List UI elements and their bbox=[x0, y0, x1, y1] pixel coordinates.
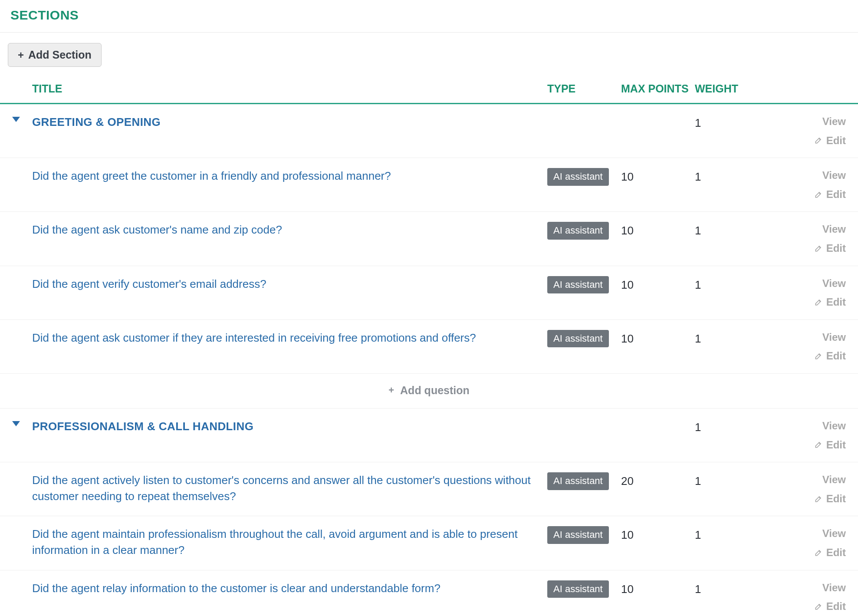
question-row: Did the agent relay information to the c… bbox=[0, 570, 858, 616]
view-link[interactable]: View bbox=[822, 418, 846, 433]
question-max-points: 10 bbox=[621, 580, 695, 597]
ai-assistant-badge: AI assistant bbox=[547, 526, 609, 544]
view-link[interactable]: View bbox=[822, 168, 846, 183]
view-link[interactable]: View bbox=[822, 526, 846, 541]
edit-icon bbox=[814, 352, 823, 360]
add-section-label: Add Section bbox=[28, 49, 92, 61]
edit-icon bbox=[814, 440, 823, 449]
question-title[interactable]: Did the agent relay information to the c… bbox=[32, 580, 547, 596]
question-row: Did the agent ask customer if they are i… bbox=[0, 320, 858, 374]
question-title[interactable]: Did the agent actively listen to custome… bbox=[32, 472, 547, 504]
question-title[interactable]: Did the agent greet the customer in a fr… bbox=[32, 168, 547, 184]
question-max-points: 10 bbox=[621, 526, 695, 543]
section-weight: 1 bbox=[695, 114, 769, 131]
caret-down-icon[interactable] bbox=[12, 117, 20, 122]
question-weight: 1 bbox=[695, 222, 769, 238]
edit-icon bbox=[814, 602, 823, 611]
column-header-weight[interactable]: WEIGHT bbox=[695, 80, 769, 98]
edit-icon bbox=[814, 244, 823, 253]
question-weight: 1 bbox=[695, 472, 769, 489]
view-link[interactable]: View bbox=[822, 222, 846, 237]
sections-table: TITLE TYPE MAX POINTS WEIGHT GREETING & … bbox=[0, 75, 858, 616]
column-header-type[interactable]: TYPE bbox=[547, 80, 621, 98]
section-weight: 1 bbox=[695, 418, 769, 435]
view-link[interactable]: View bbox=[822, 330, 846, 345]
question-max-points: 10 bbox=[621, 276, 695, 293]
question-row: Did the agent actively listen to custome… bbox=[0, 462, 858, 516]
edit-icon bbox=[814, 494, 823, 503]
add-section-button[interactable]: + Add Section bbox=[8, 43, 102, 67]
question-row: Did the agent verify customer's email ad… bbox=[0, 266, 858, 320]
question-title[interactable]: Did the agent maintain professionalism t… bbox=[32, 526, 547, 558]
question-max-points: 10 bbox=[621, 330, 695, 346]
caret-down-icon[interactable] bbox=[12, 421, 20, 426]
add-question-label: Add question bbox=[400, 384, 470, 397]
question-row: Did the agent ask customer's name and zi… bbox=[0, 212, 858, 266]
edit-link[interactable]: Edit bbox=[814, 545, 846, 560]
question-row: Did the agent greet the customer in a fr… bbox=[0, 158, 858, 212]
ai-assistant-badge: AI assistant bbox=[547, 276, 609, 294]
question-weight: 1 bbox=[695, 580, 769, 597]
question-weight: 1 bbox=[695, 276, 769, 293]
edit-link[interactable]: Edit bbox=[814, 599, 846, 614]
view-link[interactable]: View bbox=[822, 472, 846, 487]
edit-icon bbox=[814, 190, 823, 199]
question-title[interactable]: Did the agent verify customer's email ad… bbox=[32, 276, 547, 292]
ai-assistant-badge: AI assistant bbox=[547, 330, 609, 348]
edit-icon bbox=[814, 136, 823, 145]
edit-link[interactable]: Edit bbox=[814, 438, 846, 452]
question-weight: 1 bbox=[695, 330, 769, 346]
edit-link[interactable]: Edit bbox=[814, 349, 846, 363]
edit-icon bbox=[814, 298, 823, 306]
add-question-button[interactable]: + Add question bbox=[0, 374, 858, 408]
ai-assistant-badge: AI assistant bbox=[547, 472, 609, 490]
plus-icon: + bbox=[18, 50, 24, 60]
view-link[interactable]: View bbox=[822, 580, 846, 595]
ai-assistant-badge: AI assistant bbox=[547, 168, 609, 186]
section-title[interactable]: PROFESSIONALISM & CALL HANDLING bbox=[32, 418, 547, 434]
table-header: TITLE TYPE MAX POINTS WEIGHT bbox=[0, 75, 858, 104]
section-row: PROFESSIONALISM & CALL HANDLING 1 View E… bbox=[0, 408, 858, 462]
edit-icon bbox=[814, 548, 823, 557]
view-link[interactable]: View bbox=[822, 114, 846, 129]
section-row: GREETING & OPENING 1 View Edit bbox=[0, 104, 858, 158]
ai-assistant-badge: AI assistant bbox=[547, 580, 609, 598]
question-title[interactable]: Did the agent ask customer's name and zi… bbox=[32, 222, 547, 237]
question-row: Did the agent maintain professionalism t… bbox=[0, 516, 858, 570]
question-weight: 1 bbox=[695, 526, 769, 543]
view-link[interactable]: View bbox=[822, 276, 846, 291]
edit-link[interactable]: Edit bbox=[814, 241, 846, 256]
edit-link[interactable]: Edit bbox=[814, 187, 846, 202]
ai-assistant-badge: AI assistant bbox=[547, 222, 609, 240]
question-title[interactable]: Did the agent ask customer if they are i… bbox=[32, 330, 547, 346]
toolbar: + Add Section bbox=[0, 33, 858, 75]
edit-link[interactable]: Edit bbox=[814, 295, 846, 310]
plus-icon: + bbox=[388, 385, 394, 396]
page-title: SECTIONS bbox=[0, 0, 858, 33]
question-max-points: 10 bbox=[621, 222, 695, 238]
edit-link[interactable]: Edit bbox=[814, 491, 846, 506]
question-max-points: 10 bbox=[621, 168, 695, 184]
edit-link[interactable]: Edit bbox=[814, 133, 846, 148]
column-header-max-points[interactable]: MAX POINTS bbox=[621, 80, 695, 98]
section-title[interactable]: GREETING & OPENING bbox=[32, 114, 547, 130]
question-max-points: 20 bbox=[621, 472, 695, 489]
question-weight: 1 bbox=[695, 168, 769, 184]
column-header-title[interactable]: TITLE bbox=[32, 80, 547, 98]
